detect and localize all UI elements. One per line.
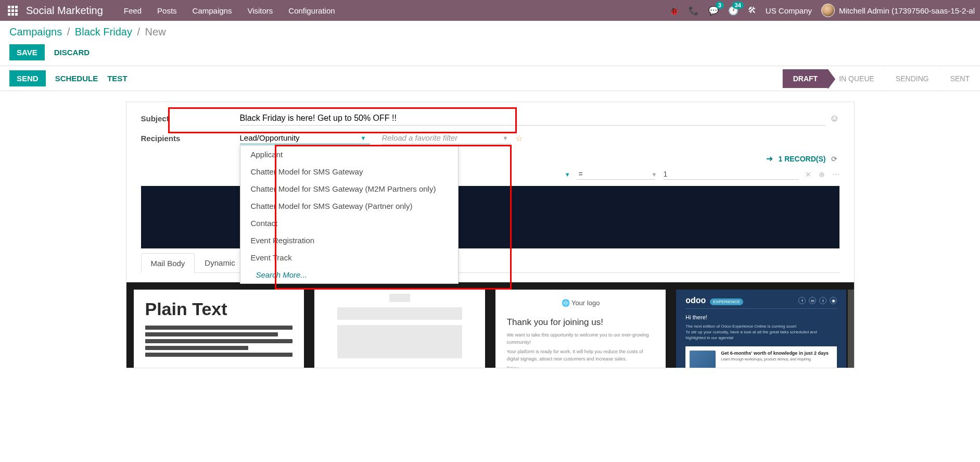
- breadcrumb: Campaigns / Black Friday / New: [9, 26, 971, 38]
- nav-configuration[interactable]: Configuration: [288, 6, 335, 15]
- template-welcome[interactable]: Your logo Thank you for joining us! We w…: [495, 290, 666, 368]
- recipients-label: Recipients: [141, 134, 240, 143]
- dropdown-item-chatter-m2m[interactable]: Chatter Model for SMS Gateway (M2M Partn…: [240, 180, 458, 197]
- dropdown-item-chatter-sms[interactable]: Chatter Model for SMS Gateway: [240, 163, 458, 180]
- breadcrumb-blackfriday[interactable]: Black Friday: [75, 26, 132, 38]
- template3-p2: Your platform is ready for work. It will…: [507, 348, 655, 363]
- stage-sending[interactable]: SENDING: [885, 69, 939, 88]
- stage-inqueue[interactable]: IN QUEUE: [828, 69, 885, 88]
- phone-icon[interactable]: 📞: [689, 6, 699, 16]
- messages-badge: 3: [716, 2, 724, 9]
- template3-p1: We want to take this opportunity to welc…: [507, 332, 655, 346]
- company-switcher[interactable]: US Company: [766, 6, 812, 15]
- template3-logo: Your logo: [507, 299, 655, 307]
- emoji-icon[interactable]: ☺: [830, 113, 839, 124]
- schedule-button[interactable]: SCHEDULE: [55, 74, 98, 83]
- discard-button[interactable]: DISCARD: [54, 48, 90, 57]
- activities-badge: 34: [732, 2, 744, 9]
- nav-visitors[interactable]: Visitors: [247, 6, 273, 15]
- template4-line2: To stir up your curiosity, have a look a…: [685, 329, 837, 341]
- templates-gallery: Plain Text Your logo Thank you for joini…: [126, 282, 854, 368]
- filter-caret-icon[interactable]: ▼: [502, 135, 508, 141]
- condition-field-caret-icon[interactable]: ▼: [565, 171, 570, 178]
- user-menu[interactable]: Mitchell Admin (17397560-saas-15-2-al: [821, 4, 975, 17]
- recipients-input[interactable]: [240, 132, 370, 144]
- social-ig-icon: ◉: [830, 297, 837, 304]
- dropdown-item-chatter-partner[interactable]: Chatter Model for SMS Gateway (Partner o…: [240, 197, 458, 215]
- username: Mitchell Admin (17397560-saas-15-2-al: [839, 6, 975, 15]
- template4-line1: The next edition of Odoo Experience Onli…: [685, 323, 837, 329]
- template-plain-text[interactable]: Plain Text: [134, 290, 304, 368]
- bug-icon[interactable]: 🐞: [669, 6, 679, 16]
- condition-value[interactable]: 1: [664, 169, 799, 180]
- template-odoo-exp[interactable]: odoo EXPERIENCE f in t ◉ Hi there! The n…: [676, 290, 846, 368]
- stage-draft[interactable]: DRAFT: [782, 69, 828, 88]
- templates-scrollbar[interactable]: [848, 290, 854, 368]
- tools-icon[interactable]: 🛠: [748, 6, 756, 15]
- template3-p3: Enjoy,: [507, 365, 655, 368]
- tab-mail-body[interactable]: Mail Body: [141, 253, 195, 273]
- subject-label: Subject: [141, 114, 240, 123]
- nav-posts[interactable]: Posts: [157, 6, 177, 15]
- template3-title: Thank you for joining us!: [507, 317, 655, 328]
- template1-title: Plain Text: [145, 299, 293, 319]
- avatar: [821, 4, 835, 17]
- records-arrow-icon: ➜: [766, 154, 773, 164]
- social-t-icon: t: [819, 297, 826, 304]
- breadcrumb-current: New: [145, 26, 166, 38]
- send-button[interactable]: SEND: [9, 70, 46, 86]
- subject-input[interactable]: [240, 111, 826, 126]
- template4-card-title: Get 6-months' worth of knowledge in just…: [721, 351, 829, 356]
- template4-brand: odoo: [685, 296, 706, 305]
- apps-icon[interactable]: [5, 3, 20, 18]
- refresh-icon[interactable]: ⟳: [831, 155, 837, 163]
- more-condition-icon[interactable]: ⋯: [832, 170, 839, 179]
- star-icon[interactable]: ☆: [515, 133, 523, 143]
- social-in-icon: in: [809, 297, 816, 304]
- condition-op-caret-icon[interactable]: ▼: [652, 171, 657, 178]
- stage-sent[interactable]: SENT: [939, 69, 980, 88]
- recipients-dropdown: Applicant Chatter Model for SMS Gateway …: [240, 145, 459, 284]
- records-count[interactable]: 1 RECORD(S): [778, 155, 825, 163]
- messages-icon[interactable]: 💬3: [708, 6, 719, 16]
- template4-hi: Hi there!: [685, 314, 837, 320]
- dropdown-search-more[interactable]: Search More...: [240, 266, 458, 283]
- filter-input[interactable]: [381, 132, 512, 144]
- save-button[interactable]: SAVE: [9, 44, 45, 60]
- dropdown-item-event-reg[interactable]: Event Registration: [240, 232, 458, 249]
- dropdown-item-event-track[interactable]: Event Track: [240, 249, 458, 266]
- template4-badge: EXPERIENCE: [710, 298, 743, 305]
- add-condition-icon[interactable]: ⊕: [819, 170, 825, 179]
- breadcrumb-campaigns[interactable]: Campaigns: [9, 26, 62, 38]
- recipients-caret-icon[interactable]: ▼: [361, 135, 366, 141]
- test-button[interactable]: TEST: [107, 74, 127, 83]
- tab-dynamic[interactable]: Dynamic: [195, 253, 245, 272]
- dropdown-item-applicant[interactable]: Applicant: [240, 146, 458, 163]
- nav-feed[interactable]: Feed: [124, 6, 142, 15]
- template4-card-image: [690, 351, 716, 368]
- activities-icon[interactable]: 🕐34: [728, 6, 739, 16]
- template-blocks[interactable]: [314, 290, 485, 368]
- remove-condition-icon[interactable]: ✕: [805, 170, 811, 179]
- app-brand[interactable]: Social Marketing: [26, 5, 103, 17]
- nav-campaigns[interactable]: Campaigns: [193, 6, 232, 15]
- condition-operator[interactable]: =: [577, 169, 655, 180]
- dropdown-item-contact[interactable]: Contact: [240, 215, 458, 232]
- social-f-icon: f: [798, 297, 806, 304]
- template4-card-sub: Learn through workshops, product demos, …: [721, 357, 829, 361]
